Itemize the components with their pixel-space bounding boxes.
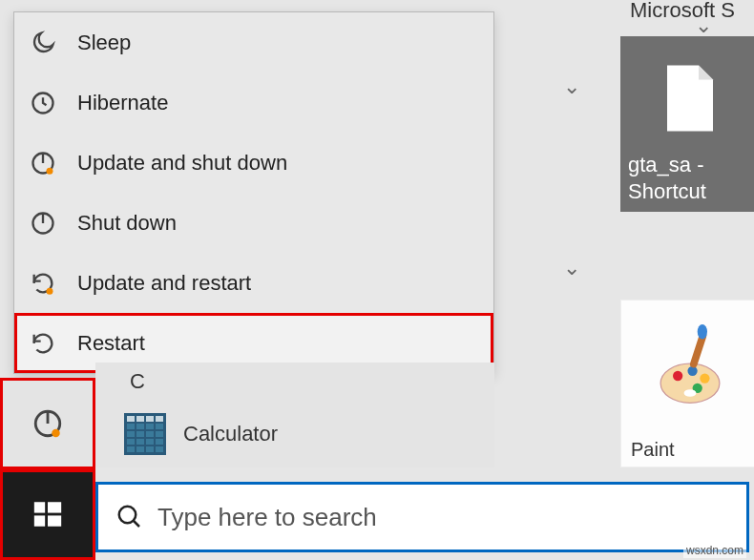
app-label: Calculator — [183, 422, 278, 446]
windows-icon — [31, 498, 64, 530]
watermark: wsxdn.com — [683, 543, 746, 558]
power-item-label: Shut down — [77, 211, 177, 236]
tile-label: Paint — [621, 433, 754, 467]
svg-point-9 — [52, 428, 60, 437]
restart-icon — [30, 330, 77, 357]
chevron-down-icon[interactable]: ⌄ — [563, 74, 580, 99]
search-icon — [115, 503, 144, 531]
svg-rect-13 — [48, 516, 61, 527]
app-list: C Calculator — [95, 363, 494, 467]
calculator-icon — [124, 413, 166, 455]
power-menu: Sleep Hibernate Update and shut down Shu… — [13, 11, 494, 374]
svg-point-3 — [47, 167, 53, 174]
restart-update-icon — [30, 270, 77, 297]
search-bar[interactable]: Type here to search — [95, 482, 749, 552]
chevron-down-icon[interactable]: ⌄ — [695, 13, 712, 38]
svg-point-21 — [683, 389, 696, 397]
power-button[interactable] — [0, 378, 95, 469]
power-item-label: Update and shut down — [77, 151, 287, 176]
power-item-shutdown[interactable]: Shut down — [14, 193, 493, 253]
power-icon — [30, 210, 77, 237]
power-item-sleep[interactable]: Sleep — [14, 12, 493, 73]
power-item-update-restart[interactable]: Update and restart — [14, 253, 493, 313]
app-letter-header[interactable]: C — [95, 363, 494, 401]
svg-point-14 — [119, 507, 136, 524]
svg-line-15 — [134, 521, 139, 527]
tile-gta-shortcut[interactable]: gta_sa - Shortcut — [620, 36, 754, 212]
power-item-label: Sleep — [77, 31, 131, 55]
svg-point-17 — [673, 370, 682, 380]
clock-icon — [30, 90, 77, 116]
search-placeholder: Type here to search — [157, 503, 377, 532]
chevron-down-icon[interactable]: ⌄ — [563, 256, 580, 280]
svg-point-6 — [47, 287, 53, 294]
tile-label: gta_sa - Shortcut — [628, 152, 751, 204]
svg-point-23 — [697, 324, 706, 339]
svg-point-18 — [687, 365, 697, 375]
paint-icon — [621, 301, 754, 433]
tile-group-header: Microsoft S — [630, 0, 735, 23]
svg-rect-12 — [34, 516, 45, 527]
power-item-label: Hibernate — [77, 91, 168, 115]
start-left-rail — [0, 378, 95, 560]
start-button[interactable] — [0, 469, 95, 561]
power-item-update-shutdown[interactable]: Update and shut down — [14, 133, 493, 193]
svg-rect-10 — [34, 503, 45, 513]
svg-rect-11 — [48, 503, 61, 513]
app-calculator[interactable]: Calculator — [95, 401, 494, 467]
moon-icon — [30, 30, 77, 56]
power-item-hibernate[interactable]: Hibernate — [14, 73, 493, 133]
tile-paint[interactable]: Paint — [620, 300, 754, 467]
power-item-label: Restart — [77, 331, 145, 356]
power-item-label: Update and restart — [77, 271, 251, 296]
svg-point-19 — [700, 373, 709, 383]
file-icon — [628, 44, 751, 152]
power-update-icon — [30, 150, 77, 176]
